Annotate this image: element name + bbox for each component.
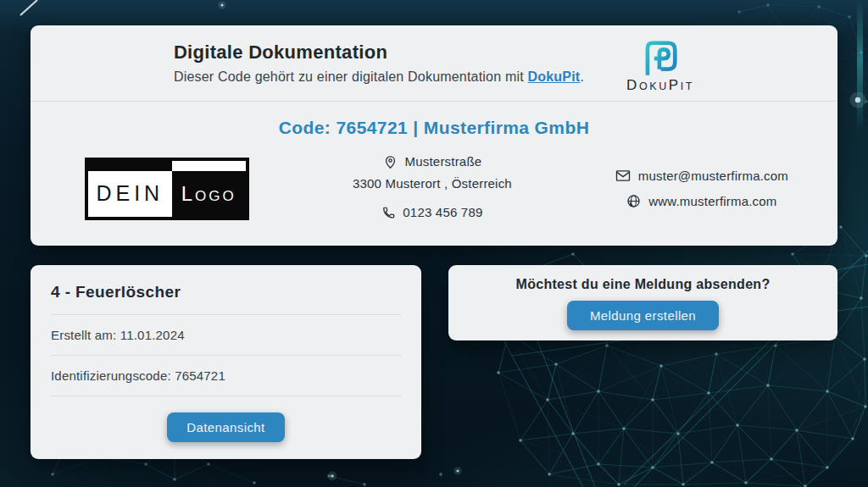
dokupit-public-page: Digitale Dokumentation Dieser Code gehör… — [0, 0, 868, 487]
logo-strip-dark — [88, 161, 172, 171]
wordmark-p: P — [669, 78, 681, 92]
report-question: Möchtest du eine Meldung absenden? — [448, 265, 837, 292]
wordmark-it: it — [681, 81, 694, 92]
logo-text-dein: DEIN — [88, 171, 172, 217]
document-code-heading: Code: 7654721 | Musterfirma GmbH — [31, 118, 837, 138]
envelope-icon — [615, 169, 631, 182]
subtitle-text: Dieser Code gehört zu einer digitalen Do… — [174, 69, 528, 84]
address-line2: 3300 Musterort , Österreich — [353, 174, 512, 194]
address-line1: Musterstraße — [405, 152, 482, 172]
create-report-button[interactable]: Meldung erstellen — [567, 301, 719, 330]
page-subtitle: Dieser Code gehört zu einer digitalen Do… — [174, 69, 584, 85]
item-created-row: Erstellt am: 11.01.2024 — [51, 314, 401, 355]
report-card: Möchtest du eine Meldung absenden? Meldu… — [448, 265, 837, 340]
dokupit-logo-icon — [638, 38, 682, 77]
logo-strip-light — [172, 161, 246, 171]
item-card: 4 - Feuerlöscher Erstellt am: 11.01.2024… — [31, 265, 421, 459]
dokupit-brand: DokuPit — [626, 38, 694, 92]
data-view-button[interactable]: Datenansicht — [167, 412, 284, 442]
location-pin-icon — [383, 155, 398, 169]
page-title: Digitale Dokumentation — [174, 42, 584, 64]
phone-number: 0123 456 789 — [403, 203, 482, 223]
website-url: www.musterfirma.com — [648, 194, 776, 208]
address-block: Musterstraße 3300 Musterort , Österreich… — [353, 152, 512, 225]
globe-icon — [626, 194, 641, 208]
email-address: muster@musterfirma.com — [638, 169, 788, 183]
wordmark-d: D — [626, 78, 639, 92]
dokupit-wordmark: DokuPit — [626, 78, 694, 92]
wordmark-oku: oku — [639, 81, 669, 92]
logo-text-logo: Logo — [172, 171, 246, 217]
company-logo-placeholder: DEIN Logo — [85, 158, 249, 220]
item-title: 4 - Feuerlöscher — [31, 265, 421, 314]
phone-icon — [381, 206, 395, 219]
page-header: Digitale Dokumentation Dieser Code gehör… — [31, 25, 837, 102]
header-card: Digitale Dokumentation Dieser Code gehör… — [31, 25, 837, 246]
item-code-row: Identifizierungscode: 7654721 — [51, 355, 401, 396]
subtitle-period: . — [580, 69, 584, 84]
online-contact-block: muster@musterfirma.com www.musterfirma.c… — [615, 169, 788, 208]
dokupit-link[interactable]: DokuPit — [528, 69, 581, 84]
company-info-row: DEIN Logo Musterstraße — [31, 138, 837, 225]
